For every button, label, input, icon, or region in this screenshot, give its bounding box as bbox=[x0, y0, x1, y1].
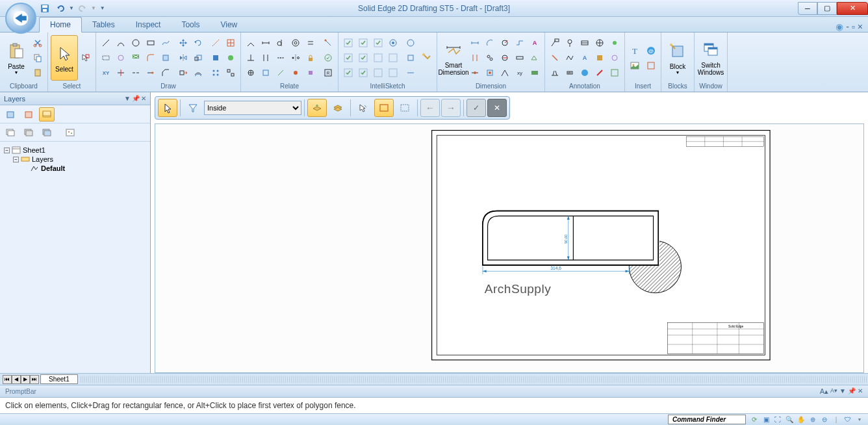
dim-4-icon[interactable] bbox=[513, 36, 527, 50]
status-refresh-icon[interactable]: ⟳ bbox=[750, 415, 759, 424]
dim-8-icon[interactable] bbox=[498, 51, 512, 65]
sheet-next-icon[interactable]: ▶ bbox=[21, 375, 30, 384]
ann-12-icon[interactable]: abc bbox=[563, 66, 577, 80]
status-drop-icon[interactable]: ▼ bbox=[855, 415, 864, 424]
parallel-icon[interactable] bbox=[259, 51, 273, 65]
corner-icon[interactable] bbox=[159, 66, 173, 80]
horizontal-icon[interactable] bbox=[259, 36, 273, 50]
is-opt3-icon[interactable] bbox=[403, 66, 418, 80]
is-10-icon[interactable] bbox=[356, 66, 370, 80]
is-5-icon[interactable] bbox=[341, 51, 355, 65]
undo-icon[interactable] bbox=[53, 2, 68, 15]
dim-2-icon[interactable] bbox=[483, 36, 497, 50]
cut-icon[interactable] bbox=[31, 36, 45, 50]
maintain-icon[interactable] bbox=[321, 36, 335, 50]
status-shield-icon[interactable]: 🛡 bbox=[843, 415, 852, 424]
is-9-icon[interactable] bbox=[341, 66, 355, 80]
tree-default-layer[interactable]: Default bbox=[4, 164, 146, 173]
prompt-close-icon[interactable]: ✕ bbox=[858, 387, 863, 396]
redo-dropdown-icon[interactable]: ▼ bbox=[91, 5, 96, 11]
rel3-icon[interactable] bbox=[288, 66, 303, 80]
dim-7-icon[interactable] bbox=[483, 51, 497, 65]
qat-customize-icon[interactable]: ▼ bbox=[100, 5, 105, 11]
is-intersect-icon[interactable] bbox=[386, 36, 400, 50]
fillet-icon[interactable] bbox=[144, 51, 158, 65]
font-inc-icon[interactable]: A▴ bbox=[820, 387, 828, 396]
group-icon[interactable] bbox=[223, 66, 238, 80]
status-zoom-area-icon[interactable]: ▣ bbox=[761, 415, 771, 424]
drawing-canvas[interactable]: 314,6 90,60 ArchSupply Solid Edge bbox=[155, 123, 864, 373]
curve-icon[interactable] bbox=[159, 36, 173, 50]
is-tool-icon[interactable] bbox=[420, 51, 434, 65]
dim-1-icon[interactable] bbox=[468, 36, 482, 50]
doc-minimize-icon[interactable]: - bbox=[846, 21, 849, 32]
dim-15-icon[interactable] bbox=[528, 66, 542, 80]
ann-11-icon[interactable] bbox=[548, 66, 562, 80]
minimize-button[interactable]: ─ bbox=[798, 2, 817, 15]
ann-2-icon[interactable] bbox=[563, 36, 577, 50]
ctx-pick-icon[interactable] bbox=[353, 99, 373, 117]
ann-1-icon[interactable] bbox=[548, 36, 562, 50]
circle-icon[interactable] bbox=[129, 36, 143, 50]
command-finder-input[interactable] bbox=[668, 415, 746, 424]
status-zoom-icon[interactable]: 🔍 bbox=[785, 415, 794, 424]
is-8-icon[interactable] bbox=[386, 51, 400, 65]
is-7-icon[interactable] bbox=[371, 51, 385, 65]
redo-icon[interactable] bbox=[75, 2, 90, 15]
grid-icon[interactable] bbox=[223, 36, 238, 50]
help-icon[interactable]: ◉ bbox=[836, 21, 843, 32]
line-icon[interactable] bbox=[99, 36, 113, 50]
doc-close-icon[interactable]: × bbox=[858, 21, 863, 32]
prompt-opt-icon[interactable]: ▼ bbox=[839, 387, 846, 396]
rotate-icon[interactable] bbox=[191, 36, 205, 50]
maximize-button[interactable]: ▢ bbox=[817, 2, 837, 15]
dim-12-icon[interactable] bbox=[483, 66, 497, 80]
ctx-next-icon[interactable]: → bbox=[441, 99, 461, 117]
ctx-prev-icon[interactable]: ← bbox=[420, 99, 440, 117]
status-zoomout-icon[interactable]: ⊖ bbox=[820, 415, 829, 424]
sheet-prev-icon[interactable]: ◀ bbox=[12, 375, 21, 384]
is-center-icon[interactable] bbox=[371, 36, 385, 50]
text-icon[interactable]: XY bbox=[99, 66, 113, 80]
ctx-filter-icon[interactable] bbox=[183, 99, 203, 117]
project-icon[interactable] bbox=[209, 51, 223, 65]
lt-show-icon[interactable] bbox=[3, 125, 18, 140]
ctx-box2-icon[interactable] bbox=[328, 99, 348, 117]
ctx-box1-icon[interactable] bbox=[307, 99, 327, 117]
lock-icon[interactable] bbox=[303, 51, 318, 65]
dim-10-icon[interactable] bbox=[528, 51, 542, 65]
status-zoomin-icon[interactable]: ⊕ bbox=[808, 415, 817, 424]
block-button[interactable]: Block ▼ bbox=[664, 35, 691, 81]
trim1-icon[interactable] bbox=[114, 66, 128, 80]
layers-pin-icon[interactable]: 📌 bbox=[132, 95, 140, 102]
is-12-icon[interactable] bbox=[386, 66, 400, 80]
ann-3-icon[interactable] bbox=[578, 36, 592, 50]
ctx-inside-icon[interactable] bbox=[374, 99, 394, 117]
offset-icon[interactable] bbox=[191, 66, 205, 80]
copy-icon[interactable] bbox=[31, 51, 45, 65]
application-button[interactable] bbox=[5, 3, 36, 34]
tab-home[interactable]: Home bbox=[39, 17, 82, 32]
is-endpoint-icon[interactable] bbox=[341, 36, 355, 50]
construction-icon[interactable] bbox=[209, 36, 223, 50]
tangent-icon[interactable] bbox=[274, 36, 288, 50]
dim-11-icon[interactable] bbox=[468, 66, 482, 80]
clipboard-icon[interactable] bbox=[31, 66, 45, 80]
is-opt2-icon[interactable] bbox=[403, 51, 418, 65]
collinear-icon[interactable] bbox=[274, 51, 288, 65]
assistant-icon[interactable] bbox=[321, 51, 335, 65]
rel2-icon[interactable] bbox=[274, 66, 288, 80]
is-11-icon[interactable] bbox=[371, 66, 385, 80]
prompt-pin-icon[interactable]: 📌 bbox=[848, 387, 856, 396]
is-opt1-icon[interactable] bbox=[403, 36, 418, 50]
ann-14-icon[interactable] bbox=[593, 66, 607, 80]
tab-inspect[interactable]: Inspect bbox=[125, 18, 172, 32]
show-rel-icon[interactable]: R bbox=[321, 66, 335, 80]
rel1-icon[interactable] bbox=[259, 66, 273, 80]
symmetric-icon[interactable] bbox=[288, 51, 303, 65]
perpendicular-icon[interactable] bbox=[244, 51, 258, 65]
trim2-icon[interactable] bbox=[129, 66, 143, 80]
ctx-select-icon[interactable] bbox=[158, 99, 177, 117]
rel4-icon[interactable] bbox=[303, 66, 318, 80]
dim-13-icon[interactable] bbox=[498, 66, 512, 80]
